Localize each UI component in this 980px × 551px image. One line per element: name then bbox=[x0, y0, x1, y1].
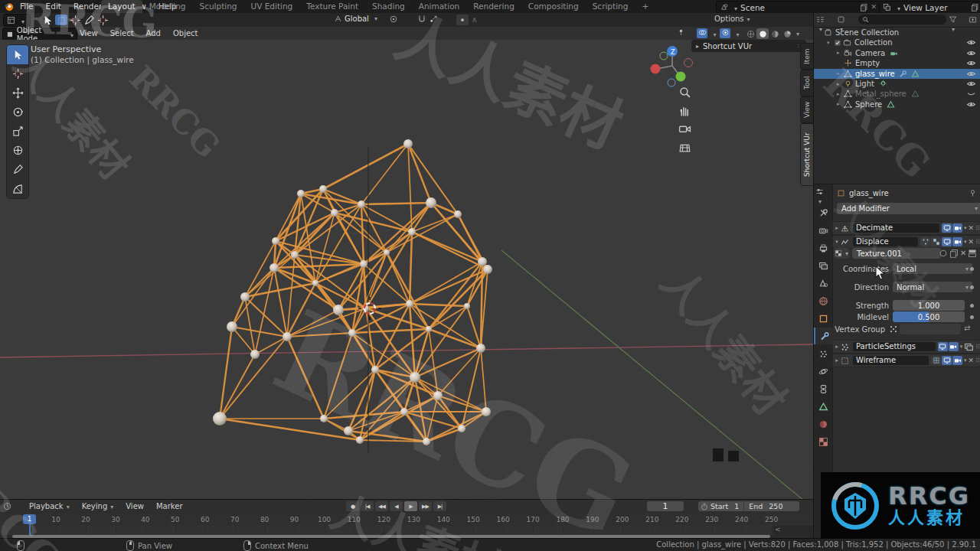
viewport-3d[interactable]: User Perspective (1) Collection | glass_… bbox=[0, 40, 813, 499]
shading-solid-button[interactable] bbox=[756, 28, 769, 39]
pan-hand-icon[interactable] bbox=[678, 104, 691, 117]
menu-file[interactable]: File bbox=[14, 0, 40, 13]
modifier-drag-handle[interactable]: ⠿ bbox=[975, 225, 980, 232]
key-prev-button[interactable]: ◀◀ bbox=[375, 501, 388, 511]
unlink-texture-icon[interactable]: ✕ bbox=[960, 249, 966, 258]
outliner-row-light[interactable]: ▸Light bbox=[814, 79, 980, 89]
show-render-toggle[interactable] bbox=[949, 342, 959, 351]
modifier-particlesettings-header[interactable]: ▸ParticleSettings▾⠿ bbox=[832, 340, 980, 354]
show-viewport-toggle[interactable] bbox=[942, 223, 952, 233]
scene-name[interactable]: Scene bbox=[740, 3, 765, 12]
expand-arrow[interactable]: ▾ bbox=[827, 40, 834, 46]
outliner-row-collection[interactable]: ▾Collection bbox=[814, 37, 980, 47]
shading-rendered-button[interactable] bbox=[781, 28, 793, 39]
timeline-menu-view[interactable]: View bbox=[119, 500, 150, 514]
properties-tab-constraints[interactable] bbox=[814, 380, 832, 397]
tool-select-lasso-button[interactable] bbox=[83, 15, 95, 25]
eye-open-icon[interactable] bbox=[966, 48, 976, 58]
annotate-tool[interactable] bbox=[7, 160, 28, 179]
animate-dot[interactable] bbox=[970, 315, 974, 319]
xray-toggle[interactable] bbox=[720, 28, 740, 39]
outliner-row-glass_wire[interactable]: ▸glass_wire bbox=[814, 69, 980, 79]
show-viewport-toggle[interactable] bbox=[942, 237, 952, 246]
pin-icon[interactable] bbox=[969, 189, 977, 197]
show-viewport-toggle[interactable] bbox=[938, 342, 948, 351]
modifier-texbadge-toggle[interactable] bbox=[931, 237, 941, 246]
properties-tab-texture[interactable] bbox=[814, 433, 832, 450]
copy-icon[interactable] bbox=[949, 249, 959, 258]
tool-select-box-button[interactable] bbox=[55, 15, 67, 25]
outliner-row-metal_sphere[interactable]: ▸Metal_sphere bbox=[814, 89, 980, 99]
viewport-menu-view[interactable]: View bbox=[74, 27, 104, 40]
workspace-tab-scripting[interactable]: Scripting bbox=[586, 0, 635, 13]
gizmo-y-axis[interactable] bbox=[676, 72, 686, 82]
expand-arrow[interactable]: ▸ bbox=[837, 81, 844, 87]
timeline-ruler[interactable]: 1020304050607080901001101201301401501601… bbox=[0, 514, 813, 526]
rotate-tool[interactable] bbox=[7, 103, 28, 122]
select-box-tool[interactable] bbox=[7, 45, 28, 64]
eye-open-icon[interactable] bbox=[966, 79, 976, 89]
move-tool[interactable] bbox=[7, 83, 28, 103]
outliner-item-label[interactable]: Camera bbox=[855, 49, 885, 57]
show-render-toggle[interactable] bbox=[952, 237, 962, 246]
collection-checkbox[interactable] bbox=[834, 39, 841, 47]
modifier-copy-icon[interactable] bbox=[964, 342, 974, 352]
gizmo-x-axis[interactable] bbox=[651, 64, 661, 74]
properties-tab-physics[interactable] bbox=[814, 363, 832, 380]
overlays-toggle[interactable] bbox=[697, 28, 717, 39]
properties-tab-data[interactable] bbox=[814, 398, 832, 415]
modifier-expand-arrow[interactable]: ▸ bbox=[833, 225, 841, 231]
tool-select-circle-button[interactable] bbox=[69, 15, 81, 25]
proportional-editing-toggle[interactable] bbox=[456, 15, 469, 25]
modifier-wire-toggle[interactable] bbox=[931, 356, 941, 365]
modifier-decimate-header[interactable]: ▸Decimate▾✕⠿ bbox=[832, 221, 980, 235]
jump-first-button[interactable]: |◀ bbox=[361, 501, 374, 511]
gizmo-y-neg[interactable] bbox=[660, 52, 668, 60]
timeline-menu-marker[interactable]: Marker bbox=[150, 500, 189, 514]
current-frame-marker[interactable]: 1 bbox=[23, 514, 36, 524]
play-button[interactable]: ▶ bbox=[404, 501, 417, 511]
coordinates-dropdown[interactable]: Local bbox=[893, 263, 972, 274]
animate-dot[interactable] bbox=[970, 267, 974, 271]
expand-arrow[interactable]: ▸ bbox=[837, 70, 844, 77]
sidebar-tab-view[interactable]: View bbox=[800, 96, 813, 123]
outliner-item-label[interactable]: Light bbox=[855, 80, 874, 88]
unlink-scene-icon[interactable]: ✕ bbox=[871, 3, 877, 11]
fake-user-icon[interactable] bbox=[939, 249, 948, 258]
toggle-perspective-icon[interactable] bbox=[678, 141, 691, 154]
tool-cursor-tool-button[interactable] bbox=[96, 15, 109, 25]
sidebar-tab-item[interactable]: Item bbox=[800, 43, 813, 70]
modifier-drag-handle[interactable]: ⠿ bbox=[975, 344, 980, 350]
modifier-expand-arrow[interactable]: ▾ bbox=[833, 239, 841, 245]
outliner-row-sphere[interactable]: ▸Sphere bbox=[814, 99, 980, 109]
modifier-name-field[interactable]: Decimate bbox=[853, 223, 939, 233]
direction-dropdown[interactable]: Normal bbox=[893, 282, 972, 292]
properties-tab-output[interactable] bbox=[814, 240, 832, 256]
outliner-item-label[interactable]: Sphere bbox=[855, 100, 882, 109]
current-frame-field[interactable]: 1 bbox=[647, 501, 684, 511]
strength-field[interactable]: 1.000 bbox=[893, 300, 965, 311]
swap-icon[interactable]: ⇄ bbox=[964, 324, 970, 332]
new-collection-button[interactable] bbox=[969, 15, 977, 24]
modifier-close-button[interactable]: ✕ bbox=[969, 224, 975, 232]
properties-tab-tool[interactable] bbox=[814, 204, 832, 221]
midlevel-slider[interactable]: 0.500 bbox=[893, 311, 965, 322]
modifier-extras-dropdown[interactable]: ▾ bbox=[960, 344, 963, 350]
modifier-close-button[interactable]: ✕ bbox=[969, 357, 975, 364]
eye-open-icon[interactable] bbox=[966, 69, 976, 79]
modifier-extras-dropdown[interactable]: ▾ bbox=[964, 357, 967, 364]
eye-open-icon[interactable] bbox=[966, 58, 976, 68]
browse-texture-icon[interactable] bbox=[968, 249, 977, 258]
properties-editor-type-dropdown[interactable] bbox=[815, 187, 824, 206]
outliner-item-label[interactable]: Scene Collection bbox=[835, 28, 899, 37]
properties-tab-particles[interactable] bbox=[814, 345, 832, 362]
modifier-name-field[interactable]: Displace bbox=[853, 237, 918, 246]
texture-name-field[interactable]: Texture.001 bbox=[852, 248, 941, 259]
editor-type-dropdown[interactable] bbox=[3, 14, 31, 27]
workspace-tab-animation[interactable]: Animation bbox=[412, 0, 467, 13]
tool-tweak-button[interactable] bbox=[41, 15, 54, 25]
eye-open-icon[interactable] bbox=[966, 37, 976, 47]
workspace-tab-+[interactable]: + bbox=[635, 0, 655, 13]
timeline-menu-playback[interactable]: Playback bbox=[23, 500, 76, 514]
gizmo-x-neg[interactable] bbox=[684, 59, 693, 67]
